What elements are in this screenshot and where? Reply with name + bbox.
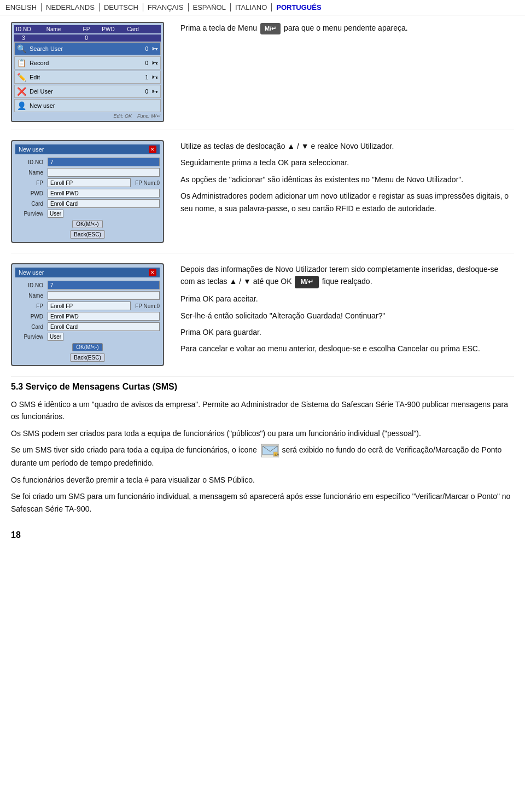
lang-nederlands[interactable]: NEDERLANDS	[42, 3, 100, 11]
edit-icon: ✏️	[17, 73, 26, 82]
back-button-2[interactable]: Back(ESC)	[70, 353, 104, 362]
section3-para1: Depois das informações de Novo Utilizado…	[180, 263, 514, 288]
form-row-pwd: PWD Enroll PWD	[15, 189, 160, 198]
menu-footer: Edit: OK Func: M/↵	[14, 113, 161, 119]
section2-para3: As opções de "adicionar" são idênticas à…	[180, 173, 514, 185]
field-purview[interactable]: User	[48, 210, 63, 218]
field-name-2[interactable]	[48, 291, 160, 300]
col-fp: FP	[75, 26, 97, 32]
field-pwd-2[interactable]: Enroll PWD	[48, 312, 160, 321]
section3-text: Depois das informações de Novo Utilizado…	[180, 263, 514, 359]
sms-para5: Se foi criado um SMS para um funcionário…	[11, 490, 514, 515]
section1-para1: Prima a tecla de Menu M/↵ para que o men…	[180, 22, 514, 34]
form-title-2: New user ✕	[15, 268, 160, 277]
key-icon2: 🗝	[151, 59, 158, 67]
menu-item-value: 0	[145, 89, 148, 95]
lang-francais[interactable]: FRANÇAIS	[143, 3, 189, 11]
menu-screen: ID.NO Name FP PWD Card 3 0 🔍 Search User…	[11, 22, 164, 122]
sms-para4: Os funcionários deverão premir a tecla #…	[11, 474, 514, 486]
field-card-2[interactable]: Enroll Card	[48, 322, 160, 331]
section3-para3: Ser-lhe-á então solicitado "Alteração Gu…	[180, 310, 514, 322]
ok-button-2[interactable]: OK(M/<-)	[72, 343, 102, 351]
menu-item-record[interactable]: 📋 Record 0 🗝	[14, 56, 161, 69]
lang-deutsch[interactable]: DEUTSCH	[100, 3, 143, 11]
menu-item-search-user[interactable]: 🔍 Search User 0 🗝	[14, 42, 161, 55]
menu-item-new-user[interactable]: 👤 New user	[14, 99, 161, 112]
label-card-2: Card	[15, 324, 45, 330]
sms-inline-icon: SMS	[261, 444, 278, 457]
form-screen-2: New user ✕ ID.NO 7 Name FP Enroll FP FP …	[11, 263, 164, 366]
label-purview: Purview	[15, 211, 45, 217]
menu-item-value: 0	[145, 60, 148, 66]
field-card[interactable]: Enroll Card	[48, 199, 160, 208]
form-title-text-2: New user	[19, 269, 44, 276]
field-pwd[interactable]: Enroll PWD	[48, 189, 160, 198]
menu-item-value: 1	[145, 74, 148, 80]
field-purview-2[interactable]: User	[48, 333, 63, 341]
key-icon: 🗝	[151, 45, 158, 53]
section1: ID.NO Name FP PWD Card 3 0 🔍 Search User…	[0, 15, 525, 127]
section3-para5: Para cancelar e voltar ao menu anterior,…	[180, 343, 514, 355]
label-fp: FP	[15, 180, 45, 186]
menu-item-label: Del User	[30, 88, 53, 95]
form-title-1: New user ✕	[15, 144, 160, 154]
ok-button-1[interactable]: OK(M/<-)	[72, 220, 102, 228]
section2-para1: Utilize as teclas de deslocação ▲ / ▼ e …	[180, 140, 514, 152]
form-row-pwd-2: PWD Enroll PWD	[15, 312, 160, 321]
menu-item-edit[interactable]: ✏️ Edit 1 🗝	[14, 71, 161, 84]
label-card: Card	[15, 201, 45, 207]
fp-num: FP Num:0	[135, 180, 160, 186]
key-icon4: 🗝	[151, 88, 158, 95]
label-idno-2: ID.NO	[15, 282, 45, 288]
form-row-purview: Purview User	[15, 210, 160, 218]
form-back-row: Back(ESC)	[15, 230, 160, 239]
cell-fp: 0	[75, 35, 97, 41]
form-row-fp: FP Enroll FP FP Num:0	[15, 178, 160, 187]
menu-table-header: ID.NO Name FP PWD Card	[14, 25, 161, 33]
sms-para1: O SMS é idêntico a um "quadro de avisos …	[11, 398, 514, 423]
close-button[interactable]: ✕	[149, 146, 156, 153]
section2-para2: Seguidamente prima a tecla OK para selec…	[180, 156, 514, 169]
page-number: 18	[0, 525, 525, 546]
menu-item-label: Search User	[30, 45, 63, 52]
section2-para4: Os Administradores podem adicionar um no…	[180, 190, 514, 214]
ok-key-button: M/↵	[295, 276, 318, 288]
label-name: Name	[15, 170, 45, 176]
col-name: Name	[32, 26, 75, 32]
field-fp[interactable]: Enroll FP	[48, 178, 131, 187]
sms-body: O SMS é idêntico a um "quadro de avisos …	[0, 395, 525, 525]
section1-text: Prima a tecla de Menu M/↵ para que o men…	[180, 22, 514, 39]
search-icon: 🔍	[17, 44, 26, 53]
form-screen-1: New user ✕ ID.NO 7 Name FP Enroll FP FP …	[11, 140, 164, 243]
field-idno[interactable]: 7	[48, 158, 160, 166]
lang-espanol[interactable]: ESPAÑOL	[189, 3, 231, 11]
lang-portugues[interactable]: PORTUGUÊS	[272, 3, 325, 11]
language-bar: ENGLISH NEDERLANDS DEUTSCH FRANÇAIS ESPA…	[0, 0, 525, 15]
close-button-2[interactable]: ✕	[149, 269, 156, 276]
menu-key-button: M/↵	[260, 23, 281, 35]
sms-para3: Se um SMS tiver sido criado para toda a …	[11, 444, 514, 469]
menu-data-row: 3 0	[14, 34, 161, 42]
lang-italiano[interactable]: ITALIANO	[231, 3, 272, 11]
field-fp-2[interactable]: Enroll FP	[48, 301, 131, 310]
form-buttons-2: OK(M/<-)	[15, 343, 160, 351]
section3-para4: Prima OK para guardar.	[180, 326, 514, 338]
fp-num-2: FP Num:0	[135, 303, 160, 309]
form-buttons: OK(M/<-)	[15, 220, 160, 228]
lang-english[interactable]: ENGLISH	[5, 3, 42, 11]
section3: New user ✕ ID.NO 7 Name FP Enroll FP FP …	[0, 256, 525, 374]
record-icon: 📋	[17, 59, 26, 67]
field-idno-2[interactable]: 7	[48, 281, 160, 289]
menu-item-del-user[interactable]: ❌ Del User 0 🗝	[14, 85, 161, 98]
form-row-fp-2: FP Enroll FP FP Num:0	[15, 301, 160, 310]
back-button-1[interactable]: Back(ESC)	[70, 230, 104, 239]
col-id: ID.NO	[15, 26, 32, 32]
field-name[interactable]	[48, 168, 160, 177]
del-icon: ❌	[17, 87, 26, 96]
newuser-icon: 👤	[17, 101, 26, 110]
form-row-name: Name	[15, 168, 160, 177]
form-row-card: Card Enroll Card	[15, 199, 160, 208]
col-card: Card	[119, 26, 147, 32]
form-row-idno: ID.NO 7	[15, 158, 160, 166]
svg-text:SMS: SMS	[275, 453, 279, 456]
